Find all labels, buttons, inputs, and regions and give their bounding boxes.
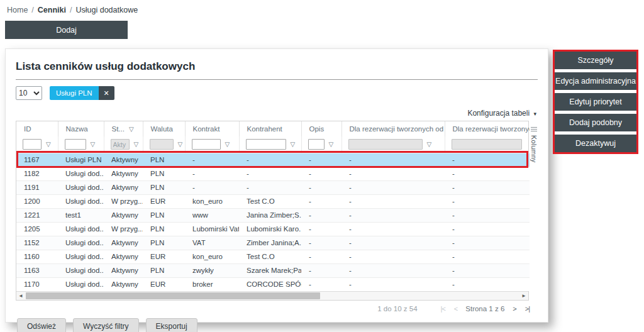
column-header[interactable]: Kontrahent [239,121,301,136]
next-page-icon[interactable]: > [513,305,516,313]
filter-menu-icon[interactable]: ▽ [291,141,296,148]
table-cell: Aktywny [104,208,143,222]
last-page-icon[interactable]: >| [525,305,530,313]
wyczy-filtry-button[interactable]: Wyczyść filtry [73,318,139,332]
table-cell: - [445,263,530,277]
column-header[interactable]: Nazwa [58,121,104,136]
table-cell: EUR [143,194,185,208]
filter-input [348,139,423,150]
column-header[interactable]: Dla rezerwacji tworzonych od [341,121,445,136]
table-cell: 1205 [16,222,58,236]
table-row[interactable]: 1182Usługi dod...AktywnyPLN----- [16,167,530,180]
filter-cell: ▽ [341,136,445,153]
filter-chip: Usługi PLN ✕ [50,86,114,100]
filter-menu-icon[interactable]: ▽ [329,141,334,148]
table-row[interactable]: 1221test1AktywnyPLNwwwJanina Zimber;S...… [16,208,530,222]
table-cell: CORCODE SPÓŁ... [239,277,301,291]
add-button[interactable]: Dodaj [5,21,128,39]
scroll-left-icon[interactable]: ◄ [16,292,25,300]
eksportuj-button[interactable]: Eksportuj [146,318,197,332]
pagination-range: 1 do 10 z 54 [377,305,417,313]
filter-menu-icon[interactable]: ▽ [427,141,432,148]
table-cell: - [301,236,341,250]
column-header-label: Kontrahent [247,125,282,133]
column-header[interactable]: ID [16,121,58,136]
szczeg-y-button[interactable]: Szczegóły [555,52,636,69]
table-cell: kon_euro [185,194,239,208]
table-cell: - [301,222,341,236]
table-cell: 1167 [16,153,58,167]
table-cell: Usługi dod... [58,263,104,277]
table-cell: - [445,153,530,167]
grip-icon [531,127,537,133]
table-row[interactable]: 1170Usługi dod...AktywnyEURbrokerCORCODE… [16,277,530,291]
table-cell: Janina Zimber;S... [239,208,301,222]
filter-input[interactable] [192,139,221,150]
table-row[interactable]: 1200Usługi dod...W przyg...EURkon_euroTe… [16,194,530,208]
column-header[interactable]: St...▽ [104,121,143,136]
filter-menu-icon[interactable]: ▽ [134,141,139,148]
horizontal-scrollbar[interactable]: ◄ ► [16,291,528,300]
table-cell: - [301,153,341,167]
table-config-link[interactable]: Konfiguracja tabeli ▾ [467,109,536,118]
filter-menu-icon[interactable]: ▽ [46,141,51,148]
breadcrumb-item[interactable]: Cenniki [38,6,66,14]
title-divider [16,79,538,80]
table-cell: - [239,167,301,180]
filter-menu-icon[interactable]: ▽ [225,141,230,148]
table-cell: Usługi dod... [58,236,104,250]
filter-input[interactable] [23,139,42,150]
column-header-label: St... [112,125,125,133]
scrollbar-thumb[interactable] [26,292,320,299]
column-header[interactable]: Dla rezerwacji tworzonych d... [445,121,530,136]
od-wie--button[interactable]: Odśwież [17,318,66,332]
table-cell: 1182 [16,167,58,180]
table-cell: 1221 [16,208,58,222]
edycja-administracyjna-button[interactable]: Edycja administracyjna [555,72,636,90]
dodaj-podobny-button[interactable]: Dodaj podobny [555,114,636,131]
filter-input[interactable] [65,139,86,150]
edytuj-priorytet-button[interactable]: Edytuj priorytet [555,93,636,111]
filter-cell: ▽ [104,136,143,153]
table-cell: - [341,180,445,194]
columns-sidebar-tab[interactable]: Kolumny [530,127,538,163]
column-header[interactable]: Waluta [143,121,185,136]
filter-input[interactable] [308,139,325,150]
first-page-icon[interactable]: |< [441,305,445,313]
data-table-frame: IDNazwaSt...▽WalutaKontraktKontrahentOpi… [16,121,529,301]
breadcrumb-item[interactable]: Home [7,6,28,14]
filter-input[interactable] [246,139,286,150]
table-cell: Aktywny [104,180,143,194]
previous-page-icon[interactable]: < [454,305,457,313]
dezaktywuj-button[interactable]: Dezaktywuj [555,135,636,152]
table-cell: Aktywny [104,236,143,250]
table-cell: 1170 [16,277,58,291]
table-cell: - [445,236,530,250]
table-cell: VAT [185,236,239,250]
table-cell: - [445,194,530,208]
table-row[interactable]: 1163Usługi dod...AktywnyPLNzwykłySzarek … [16,263,530,277]
table-cell: Aktywny [104,277,143,291]
page-size-select[interactable]: 10 [16,86,42,100]
column-header[interactable]: Kontrakt [185,121,239,136]
table-row[interactable]: 1191Usługi dod...AktywnyPLN----- [16,180,530,194]
table-cell: PLN [143,153,185,167]
chevron-down-icon: ▾ [533,111,536,117]
table-row[interactable]: 1167Usługi PLNAktywnyPLN----- [16,153,530,167]
filter-chip-label: Usługi PLN [50,86,99,100]
table-row[interactable]: 1160Usługi dod...AktywnyEURkon_euroTest … [16,250,530,263]
filter-chip-remove-button[interactable]: ✕ [99,86,114,100]
table-row[interactable]: 1152Usługi dod...AktywnyPLNVATZimber Jan… [16,236,530,250]
table-cell: www [185,208,239,222]
table-cell: - [239,153,301,167]
filter-menu-icon[interactable]: ▽ [178,141,183,148]
filter-funnel-icon: ▽ [129,126,134,133]
scroll-right-icon[interactable]: ► [519,292,528,300]
table-cell: Test C.O [239,250,301,263]
table-cell: Usługi PLN [58,153,104,167]
pricelist-panel: Lista cenników usług dodatkowych 10 Usłu… [5,48,548,323]
table-row[interactable]: 1205Usługi dod...W przyg...PLNLubomirski… [16,222,530,236]
table-cell: - [445,222,530,236]
column-header[interactable]: Opis [301,121,341,136]
filter-menu-icon[interactable]: ▽ [91,141,96,148]
